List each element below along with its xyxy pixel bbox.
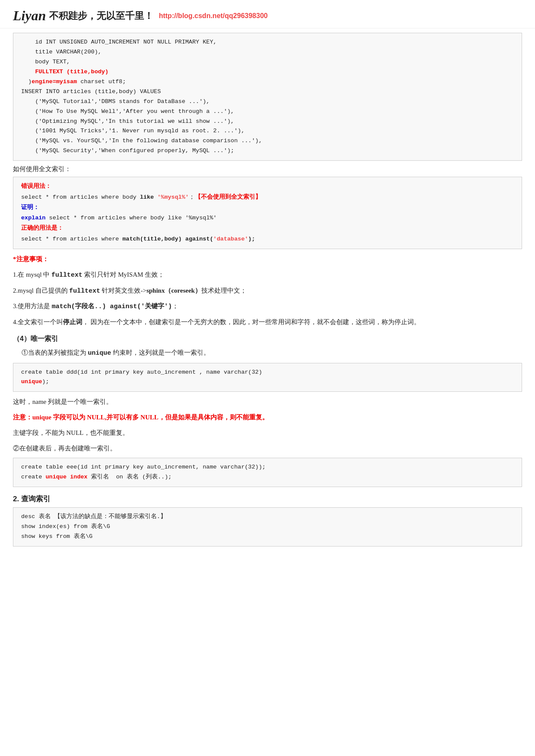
section2-title: 2. 查询索引 [13, 494, 522, 504]
label-correct: 正确的用法是： [21, 225, 63, 231]
sub4-para1: ①当表的某列被指定为 unique 约束时，这列就是一个唯一索引。 [13, 347, 522, 359]
note-4: 4.全文索引一个叫停止词， 因为在一个文本中，创建索引是一个无穷大的数，因此，对… [13, 316, 522, 328]
label-proof: 证明： [21, 204, 39, 211]
line-wrong: select * from articles where body like '… [21, 194, 261, 200]
code-block-1: id INT UNSIGNED AUTO_INCREMENT NOT NULL … [13, 33, 522, 161]
main-content: id INT UNSIGNED AUTO_INCREMENT NOT NULL … [0, 33, 535, 564]
note-2: 2.mysql 自己提供的 fulltext 针对英文生效->sphinx（co… [13, 285, 522, 297]
explain-block: 错误用法： select * from articles where body … [13, 177, 522, 249]
sub4-para2: 这时，name 列就是一个唯一索引。 [13, 396, 522, 408]
line-correct: select * from articles where match(title… [21, 236, 255, 242]
line-explain: explain select * from articles where bod… [21, 215, 217, 221]
note-unique: 注意：unique 字段可以为 NULL,并可以有多 NULL，但是如果是具体内… [13, 412, 522, 424]
page-header: Liyan 不积跬步，无以至千里！ http://blog.csdn.net/q… [0, 0, 535, 28]
logo-text: Liyan [13, 8, 46, 24]
header-url: http://blog.csdn.net/qq296398300 [159, 12, 268, 20]
header-slogan: 不积跬步，无以至千里！ [49, 9, 153, 22]
section-how-title: 如何使用全文索引： [13, 165, 522, 173]
label-wrong: 错误用法： [21, 183, 51, 190]
code-block-2: create table ddd(id int primary key auto… [13, 363, 522, 392]
code-block-3: create table eee(id int primary key auto… [13, 458, 522, 487]
code-block-4: desc 表名 【该方法的缺点是：不能够显示索引名.】 show index(e… [13, 507, 522, 547]
note-3: 3.使用方法是 match(字段名..) against('关键字')； [13, 300, 522, 313]
note-1: 1.在 mysql 中 fulltext 索引只针对 MyISAM 生效； [13, 269, 522, 281]
subsection4-title: （4）唯一索引 [13, 334, 522, 344]
sub4-para4: ②在创建表后，再去创建唯一索引。 [13, 443, 522, 455]
sub4-para3: 主键字段，不能为 NULL，也不能重复。 [13, 427, 522, 439]
note-star: *注意事项： [13, 253, 522, 266]
